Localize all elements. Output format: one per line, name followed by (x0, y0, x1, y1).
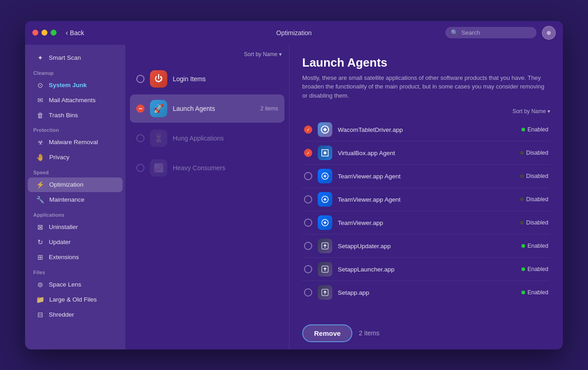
agent-row-teamviewer-1[interactable]: TeamViewer.app Agent Disabled (302, 165, 550, 188)
login-items-radio[interactable] (136, 75, 144, 83)
setapp-status-label: Enabled (527, 289, 548, 296)
back-label: Back (70, 29, 84, 36)
heavy-consumers-radio[interactable] (136, 164, 144, 172)
sidebar-item-malware-removal[interactable]: ☣ Malware Removal (28, 135, 123, 150)
protection-section-label: Protection (25, 123, 125, 135)
mail-icon: ✉ (36, 96, 44, 104)
trash-icon: 🗑 (36, 111, 44, 119)
setapp-launcher-status: Enabled (521, 266, 548, 272)
vbox-status-dot (520, 151, 524, 155)
shredder-icon: ⊟ (36, 311, 44, 319)
list-item-login-items[interactable]: ⏻ Login Items (130, 65, 284, 93)
search-input[interactable] (461, 29, 530, 36)
setapp-launcher-checkbox[interactable] (304, 265, 312, 273)
sidebar-item-trash-bins[interactable]: 🗑 Trash Bins (28, 108, 123, 122)
sidebar: ✦ Smart Scan Cleanup ⊙ System Junk ✉ Mai… (25, 45, 125, 349)
hung-apps-label: Hung Applications (173, 135, 273, 142)
teamviewer2-icon (318, 192, 332, 207)
setapp-status: Enabled (521, 289, 548, 296)
heavy-consumers-icon: 📈 (150, 159, 167, 177)
heavy-consumers-label: Heavy Consumers (173, 164, 273, 172)
right-sort-row: Sort by Name ▾ (302, 108, 550, 115)
middle-sort-button[interactable]: Sort by Name ▾ (244, 51, 282, 57)
maximize-button[interactable] (51, 30, 57, 36)
sidebar-item-uninstaller[interactable]: ⊠ Uninstaller (28, 220, 123, 235)
back-button[interactable]: ‹ Back (66, 29, 84, 37)
sidebar-item-system-junk[interactable]: ⊙ System Junk (28, 78, 123, 93)
optimization-icon: ⚡ (36, 181, 45, 189)
titlebar: ‹ Back Optimization 🔍 ⊕ (25, 21, 563, 45)
sidebar-item-maintenance[interactable]: 🔧 Maintenance (28, 193, 123, 207)
tv2-checkbox[interactable] (304, 195, 312, 203)
sidebar-item-privacy[interactable]: 🤚 Privacy (28, 150, 123, 165)
agent-row-teamviewer-2[interactable]: TeamViewer.app Agent Disabled (302, 188, 550, 211)
sidebar-item-large-old-files[interactable]: 📁 Large & Old Files (28, 292, 123, 307)
sidebar-item-updater[interactable]: ↻ Updater (28, 235, 123, 250)
sidebar-item-label: Malware Removal (49, 139, 98, 146)
setapp-updater-status-dot (521, 244, 525, 248)
wacom-checkbox[interactable]: ✓ (304, 125, 312, 134)
sidebar-item-label: Large & Old Files (49, 296, 97, 303)
launch-agents-label: Launch Agents (173, 105, 255, 112)
hung-apps-radio[interactable] (136, 134, 144, 142)
vbox-checkbox[interactable]: ✓ (304, 149, 312, 157)
setapp-updater-icon (318, 239, 332, 253)
agent-row-setapp-launcher[interactable]: SetappLauncher.app Enabled (302, 258, 550, 281)
smart-scan-icon: ✦ (36, 54, 44, 62)
agent-row-wacom[interactable]: ✓ WacomTabletDriver.app Enabled (302, 118, 550, 141)
right-description: Mostly, these are small satellite applic… (302, 73, 550, 100)
remove-button[interactable]: Remove (302, 324, 352, 342)
cleanup-section-label: Cleanup (25, 66, 125, 78)
setapp-updater-checkbox[interactable] (304, 242, 312, 250)
sidebar-item-mail-attachments[interactable]: ✉ Mail Attachments (28, 93, 123, 108)
large-files-icon: 📁 (36, 296, 45, 304)
sidebar-item-optimization[interactable]: ⚡ Optimization (28, 177, 123, 192)
search-bar[interactable]: 🔍 (445, 27, 536, 38)
applications-section-label: Applications (25, 208, 125, 219)
setapp-icon-el (318, 285, 332, 300)
list-item-heavy-consumers[interactable]: 📈 Heavy Consumers (130, 154, 284, 182)
minimize-button[interactable] (41, 30, 47, 36)
sidebar-item-label: Maintenance (49, 196, 84, 203)
right-sort-button[interactable]: Sort by Name ▾ (512, 108, 550, 115)
sidebar-item-space-lens[interactable]: ⊚ Space Lens (28, 277, 123, 292)
agent-row-setapp-updater[interactable]: SetappUpdater.app Enabled (302, 235, 550, 258)
teamviewer-app-icon (318, 215, 332, 230)
vbox-icon (318, 146, 332, 160)
sidebar-item-extensions[interactable]: ⊞ Extensions (28, 250, 123, 265)
sidebar-item-label: Mail Attachments (49, 97, 96, 104)
setapp-status-dot (521, 291, 525, 294)
tv-app-checkbox[interactable] (304, 219, 312, 227)
avatar-icon: ⊕ (547, 30, 551, 36)
agent-row-setapp[interactable]: Setapp.app Enabled (302, 281, 550, 304)
sidebar-item-label: Space Lens (49, 281, 81, 288)
updater-icon: ↻ (36, 238, 44, 246)
tv-app-status-label: Disabled (526, 219, 548, 226)
agent-row-virtualbox[interactable]: ✓ VirtualBox.app Agent Disabled (302, 141, 550, 165)
setapp-launcher-status-label: Enabled (527, 266, 548, 272)
sidebar-item-label: Trash Bins (49, 112, 78, 119)
setapp-launcher-icon (318, 262, 332, 276)
setapp-checkbox[interactable] (304, 288, 312, 297)
space-lens-icon: ⊚ (36, 281, 44, 289)
launch-agents-icon: 🚀 (150, 100, 167, 117)
agent-row-teamviewer-app[interactable]: TeamViewer.app Disabled (302, 211, 550, 235)
tv1-status-dot (520, 174, 524, 178)
sidebar-item-shredder[interactable]: ⊟ Shredder (28, 307, 123, 322)
list-item-launch-agents[interactable]: − 🚀 Launch Agents 2 items (130, 94, 284, 123)
search-icon: 🔍 (451, 29, 458, 36)
wacom-status: Enabled (521, 126, 548, 133)
tv1-checkbox[interactable] (304, 172, 312, 180)
avatar[interactable]: ⊕ (542, 26, 556, 40)
right-panel: Launch Agents Mostly, these are small sa… (289, 45, 563, 349)
middle-header: Sort by Name ▾ (125, 45, 289, 62)
close-button[interactable] (32, 30, 38, 36)
launch-agents-radio[interactable]: − (136, 104, 144, 113)
wacom-name: WacomTabletDriver.app (338, 126, 516, 133)
list-item-hung-applications[interactable]: ⏳ Hung Applications (130, 124, 284, 152)
footer-count: 2 items (359, 329, 379, 337)
sidebar-item-smart-scan[interactable]: ✦ Smart Scan (28, 51, 123, 65)
svg-rect-2 (324, 151, 326, 154)
sidebar-item-label: Shredder (49, 311, 74, 318)
list-items: ⏻ Login Items − 🚀 Launch Agents 2 items (125, 62, 289, 349)
